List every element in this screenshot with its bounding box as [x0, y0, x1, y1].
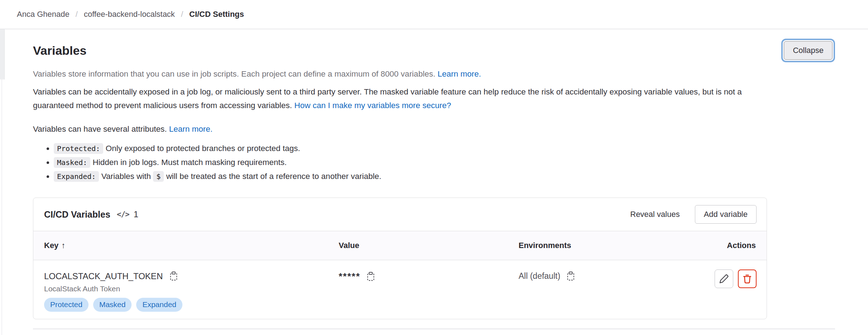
copy-key-button[interactable]	[169, 271, 178, 281]
expanded-text-before: Variables with	[101, 172, 151, 181]
protected-code: Protected:	[54, 143, 103, 154]
list-item-masked: Masked: Hidden in job logs. Must match m…	[54, 157, 767, 168]
list-item-expanded: Expanded: Variables with $ will be treat…	[54, 171, 767, 182]
clipboard-copy-icon	[169, 271, 178, 281]
arrow-up-icon: ↑	[61, 241, 65, 250]
breadcrumb: Anca Ghenade / coffee-backend-localstack…	[0, 0, 868, 29]
pencil-icon	[719, 274, 729, 284]
copy-environment-button[interactable]	[566, 271, 576, 281]
clipboard-copy-icon	[566, 271, 576, 281]
attributes-list: Protected: Only exposed to protected bra…	[33, 143, 767, 182]
key-cell: LOCALSTACK_AUTH_TOKEN LocalStack Auth To…	[33, 260, 328, 319]
breadcrumb-group-link[interactable]: Anca Ghenade	[17, 10, 70, 19]
badge-expanded: Expanded	[136, 298, 182, 312]
clipboard-copy-icon	[366, 271, 376, 282]
badge-masked: Masked	[93, 298, 132, 312]
breadcrumb-project-link[interactable]: coffee-backend-localstack	[84, 10, 175, 19]
masked-code: Masked:	[54, 157, 90, 168]
expanded-text-after: will be treated as the start of a refere…	[166, 172, 381, 181]
learn-more-link[interactable]: Learn more.	[438, 69, 481, 78]
value-cell: *****	[328, 260, 508, 319]
environments-cell: All (default)	[508, 260, 688, 319]
settings-content: Variables Collapse Variables store infor…	[0, 39, 868, 329]
environment-scope: All (default)	[519, 271, 560, 281]
column-header-value: Value	[328, 231, 508, 260]
expanded-code: Expanded:	[54, 171, 99, 182]
column-header-actions: Actions	[688, 231, 767, 260]
attributes-learn-more-link[interactable]: Learn more.	[169, 125, 213, 133]
card-title: CI/CD Variables	[44, 209, 110, 220]
table-header-row: Key↑ Value Environments Actions	[33, 231, 767, 260]
edit-variable-button[interactable]	[715, 270, 733, 288]
variables-description: Variables store information that you can…	[33, 68, 767, 319]
intro-paragraph: Variables store information that you can…	[33, 68, 767, 80]
list-item-protected: Protected: Only exposed to protected bra…	[54, 143, 767, 154]
card-header-actions: Reveal values Add variable	[630, 205, 757, 224]
table-row: LOCALSTACK_AUTH_TOKEN LocalStack Auth To…	[33, 260, 767, 319]
card-header: CI/CD Variables </> 1 Reveal values Add …	[33, 198, 767, 231]
trash-icon	[742, 274, 752, 284]
attributes-text: Variables can have several attributes.	[33, 125, 167, 133]
badge-protected: Protected	[44, 298, 89, 312]
add-variable-button[interactable]: Add variable	[695, 205, 757, 224]
breadcrumb-current-page: CI/CD Settings	[189, 10, 244, 19]
code-icon: </>	[117, 210, 129, 219]
variable-masked-value: *****	[339, 271, 361, 282]
key-header-label: Key	[44, 241, 58, 250]
variable-count: 1	[134, 209, 138, 219]
column-header-environments: Environments	[508, 231, 688, 260]
masked-text: Hidden in job logs. Must match masking r…	[93, 158, 287, 167]
variable-key: LOCALSTACK_AUTH_TOKEN	[44, 271, 163, 281]
breadcrumb-separator: /	[181, 10, 183, 19]
intro-text: Variables store information that you can…	[33, 69, 435, 78]
copy-value-button[interactable]	[366, 271, 376, 282]
variable-description: LocalStack Auth Token	[44, 285, 328, 293]
cicd-variables-card: CI/CD Variables </> 1 Reveal values Add …	[33, 198, 767, 319]
delete-variable-button[interactable]	[738, 270, 757, 288]
collapse-button[interactable]: Collapse	[784, 41, 833, 60]
variable-badges: Protected Masked Expanded	[44, 298, 328, 319]
secure-variables-link[interactable]: How can I make my variables more secure?	[294, 101, 451, 110]
attributes-paragraph: Variables can have several attributes. L…	[33, 122, 767, 136]
variables-section-header: Variables Collapse	[33, 39, 835, 62]
actions-cell	[688, 260, 767, 319]
reveal-values-button[interactable]: Reveal values	[630, 205, 680, 224]
breadcrumb-separator: /	[76, 10, 78, 19]
protected-text: Only exposed to protected branches or pr…	[106, 144, 300, 153]
warning-paragraph: Variables can be accidentally exposed in…	[33, 85, 767, 112]
next-section-divider	[33, 329, 835, 329]
column-header-key[interactable]: Key↑	[33, 231, 328, 260]
dollar-code: $	[153, 171, 164, 182]
page-title: Variables	[33, 44, 86, 58]
